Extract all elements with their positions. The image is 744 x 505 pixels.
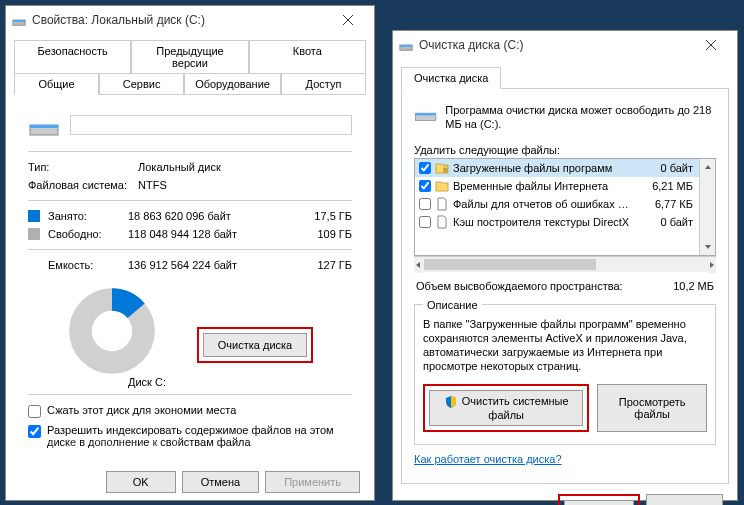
file-size: 0 байт xyxy=(637,162,695,174)
tab-general[interactable]: Общие xyxy=(14,73,99,95)
compress-checkbox[interactable] xyxy=(28,405,41,418)
view-files-button[interactable]: Просмотреть файлы xyxy=(597,384,707,432)
file-row[interactable]: Кэш построителя текстуры DirectX0 байт xyxy=(415,213,699,231)
file-size: 0 байт xyxy=(637,216,695,228)
description-group: Описание В папке "Загруженные файлы прог… xyxy=(414,304,716,445)
svg-rect-14 xyxy=(443,168,448,173)
file-icon xyxy=(435,197,449,211)
tab-sharing[interactable]: Доступ xyxy=(281,73,366,95)
fs-label: Файловая система: xyxy=(28,179,138,191)
file-icon xyxy=(435,179,449,193)
scroll-thumb[interactable] xyxy=(424,259,596,270)
capacity-label: Емкость: xyxy=(48,259,128,271)
capacity-gb: 127 ГБ xyxy=(302,259,352,271)
file-name: Файлы для отчетов об ошибках Win... xyxy=(453,198,633,210)
used-swatch xyxy=(28,210,40,222)
apply-button[interactable]: Применить xyxy=(265,471,360,493)
titlebar[interactable]: Свойства: Локальный диск (C:) xyxy=(6,6,374,34)
type-label: Тип: xyxy=(28,161,138,173)
svg-rect-9 xyxy=(400,45,412,47)
vertical-scrollbar[interactable] xyxy=(699,159,715,255)
sysfiles-highlight: Очистить системные файлы xyxy=(423,384,589,432)
cancel-button[interactable]: Отмена xyxy=(182,471,259,493)
tab-content: Тип:Локальный диск Файловая система:NTFS… xyxy=(14,94,366,461)
scroll-right-button[interactable] xyxy=(708,257,716,273)
compress-label: Сжать этот диск для экономии места xyxy=(47,404,236,416)
free-gb: 109 ГБ xyxy=(302,228,352,240)
capacity-bytes: 136 912 564 224 байт xyxy=(128,259,302,271)
svg-rect-5 xyxy=(30,125,58,128)
file-icon xyxy=(435,215,449,229)
ok-highlight: OK xyxy=(558,494,640,505)
titlebar[interactable]: Очистка диска (C:) xyxy=(393,31,737,59)
used-gb: 17,5 ГБ xyxy=(302,210,352,222)
used-label: Занято: xyxy=(48,210,128,222)
file-name: Временные файлы Интернета xyxy=(453,180,633,192)
disk-icon xyxy=(12,13,26,27)
how-it-works-link[interactable]: Как работает очистка диска? xyxy=(414,453,562,465)
free-bytes: 118 048 944 128 байт xyxy=(128,228,302,240)
tab-strip: Очистка диска xyxy=(393,59,737,88)
cleanup-window: Очистка диска (C:) Очистка диска Програм… xyxy=(392,30,738,501)
file-checkbox[interactable] xyxy=(419,216,431,228)
drive-icon xyxy=(28,111,60,139)
file-size: 6,77 КБ xyxy=(637,198,695,210)
file-size: 6,21 МБ xyxy=(637,180,695,192)
disk-chart-label: Диск C: xyxy=(128,376,166,388)
tab-tools[interactable]: Сервис xyxy=(99,73,184,95)
properties-window: Свойства: Локальный диск (C:) Безопаснос… xyxy=(5,5,375,501)
tab-cleanup[interactable]: Очистка диска xyxy=(401,67,501,89)
free-label: Свободно: xyxy=(48,228,128,240)
horizontal-scrollbar[interactable] xyxy=(414,256,716,272)
svg-rect-13 xyxy=(415,113,435,115)
drive-icon xyxy=(414,103,437,127)
file-name: Загруженные файлы программ xyxy=(453,162,633,174)
close-button[interactable] xyxy=(328,6,368,34)
description-title: Описание xyxy=(423,299,482,311)
file-row[interactable]: Файлы для отчетов об ошибках Win...6,77 … xyxy=(415,195,699,213)
clean-system-files-button[interactable]: Очистить системные файлы xyxy=(429,390,583,426)
window-title: Очистка диска (C:) xyxy=(419,38,691,52)
drive-label-input[interactable] xyxy=(70,115,352,135)
scroll-down-button[interactable] xyxy=(700,239,715,255)
ok-button[interactable]: OK xyxy=(564,500,634,505)
cleanup-highlight: Очистка диска xyxy=(197,327,313,363)
disk-cleanup-button[interactable]: Очистка диска xyxy=(203,333,307,357)
delete-label: Удалить следующие файлы: xyxy=(414,142,716,158)
tab-security[interactable]: Безопасность xyxy=(14,40,131,74)
tab-prev-versions[interactable]: Предыдущие версии xyxy=(131,40,248,74)
free-swatch xyxy=(28,228,40,240)
file-name: Кэш построителя текстуры DirectX xyxy=(453,216,633,228)
fs-value: NTFS xyxy=(138,179,352,191)
scroll-up-button[interactable] xyxy=(700,159,715,175)
file-checkbox[interactable] xyxy=(419,180,431,192)
shield-icon xyxy=(444,395,458,409)
scroll-left-button[interactable] xyxy=(414,257,422,273)
tab-strip: Безопасность Предыдущие версии Квота Общ… xyxy=(6,34,374,94)
usage-pie-chart xyxy=(67,286,157,376)
tab-quota[interactable]: Квота xyxy=(249,40,366,74)
file-row[interactable]: Загруженные файлы программ0 байт xyxy=(415,159,699,177)
watermark: VIARUM xyxy=(20,433,184,475)
close-button[interactable] xyxy=(691,31,731,59)
total-value: 10,2 МБ xyxy=(673,280,714,292)
tab-content: Программа очистки диска может освободить… xyxy=(401,88,729,484)
window-title: Свойства: Локальный диск (C:) xyxy=(32,13,328,27)
summary-text: Программа очистки диска может освободить… xyxy=(445,103,716,132)
used-bytes: 18 863 620 096 байт xyxy=(128,210,302,222)
cancel-button[interactable]: Отмена xyxy=(646,494,723,505)
file-row[interactable]: Временные файлы Интернета6,21 МБ xyxy=(415,177,699,195)
file-checkbox[interactable] xyxy=(419,162,431,174)
type-value: Локальный диск xyxy=(138,161,352,173)
dialog-buttons: OK Отмена xyxy=(393,484,737,505)
tab-hardware[interactable]: Оборудование xyxy=(184,73,281,95)
total-label: Объем высвобождаемого пространства: xyxy=(416,280,623,292)
file-icon xyxy=(435,161,449,175)
svg-rect-1 xyxy=(13,20,25,22)
file-checkbox[interactable] xyxy=(419,198,431,210)
description-text: В папке "Загруженные файлы программ" вре… xyxy=(423,317,707,374)
cleanup-icon xyxy=(399,38,413,52)
file-list[interactable]: Загруженные файлы программ0 байтВременны… xyxy=(414,158,716,256)
